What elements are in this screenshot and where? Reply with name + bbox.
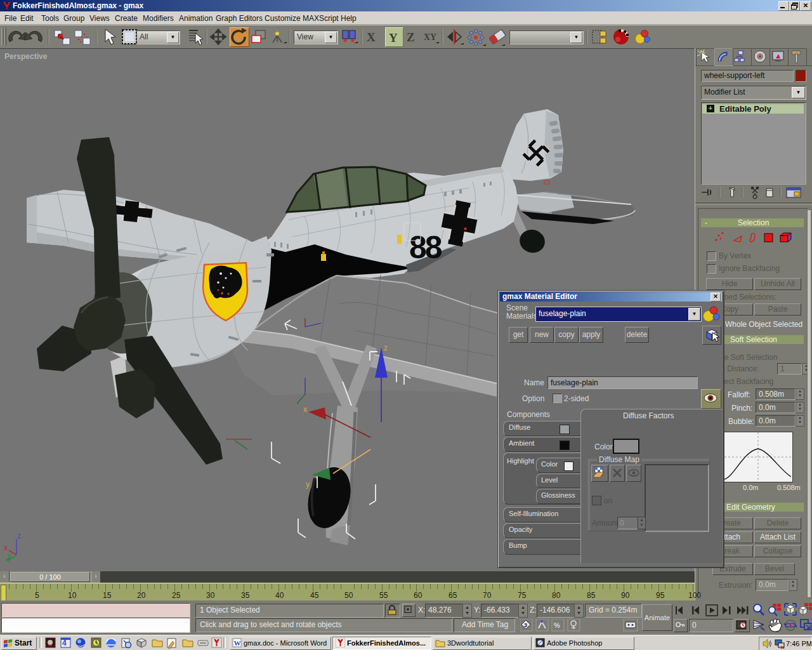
svg-text:x: x: [303, 405, 307, 414]
svg-text:z: z: [17, 531, 21, 540]
svg-text:y: y: [8, 552, 11, 560]
svg-text:W: W: [234, 639, 241, 647]
svg-text:x: x: [4, 543, 8, 552]
svg-text:88: 88: [409, 230, 442, 265]
svg-text:3: 3: [524, 622, 527, 628]
svg-text:z: z: [384, 343, 388, 352]
svg-text:y: y: [306, 480, 310, 489]
svg-text:%: %: [554, 621, 560, 629]
svg-text:4: 4: [62, 639, 67, 647]
